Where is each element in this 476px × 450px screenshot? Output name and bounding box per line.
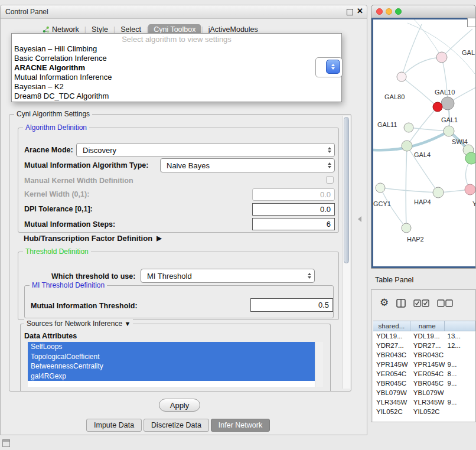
- dpi-tolerance-field[interactable]: [252, 203, 335, 216]
- columns-icon[interactable]: [396, 299, 406, 308]
- network-node-gal1[interactable]: [444, 126, 454, 136]
- apply-button[interactable]: Apply: [159, 399, 200, 412]
- network-edge[interactable]: [402, 77, 438, 107]
- network-edge[interactable]: [407, 23, 475, 74]
- table-column-header[interactable]: [445, 321, 475, 331]
- algorithm-option-aracne-algorithm[interactable]: ARACNE Algorithm: [12, 63, 341, 73]
- gear-icon[interactable]: ⚙: [380, 297, 389, 309]
- expand-right-icon: ▶: [157, 234, 161, 242]
- zoom-traffic-icon[interactable]: [395, 8, 402, 15]
- panel-splitter-handle[interactable]: [358, 216, 361, 222]
- combobox-value: Discovery: [83, 146, 116, 155]
- table-row[interactable]: YER054CYER054C8...: [373, 369, 475, 379]
- table-row[interactable]: YDL19...YDL19...13...: [373, 331, 475, 341]
- algorithm-option-bayesian-hill-climbing[interactable]: Bayesian – Hill Climbing: [12, 44, 341, 54]
- mi-threshold-field[interactable]: [250, 298, 333, 312]
- bottom-tab-discretize-data[interactable]: Discretize Data: [144, 419, 209, 432]
- bottom-tab-impute-data[interactable]: Impute Data: [86, 419, 142, 432]
- manual-kernel-checkbox[interactable]: [326, 176, 334, 184]
- attribute-item[interactable]: TopologicalCoefficient: [28, 352, 315, 362]
- minimized-window-icon[interactable]: [2, 439, 10, 447]
- minimize-traffic-icon[interactable]: [386, 8, 392, 15]
- control-panel-titlebar[interactable]: Control Panel ✕: [1, 5, 367, 19]
- algorithm-option-bayesian-k2[interactable]: Bayesian – K2: [12, 82, 341, 92]
- attribute-item[interactable]: BetweennessCentrality: [28, 361, 315, 371]
- algorithm-definition-group: Algorithm Definition Aracne Mode: Discov…: [18, 128, 339, 233]
- algorithm-option-mutual-information-inference[interactable]: Mutual Information Inference: [12, 73, 341, 82]
- network-window-titlebar[interactable]: [371, 5, 475, 18]
- table-cell: YPR145W: [410, 361, 445, 368]
- table-row[interactable]: YBL079WYBL079W: [373, 388, 475, 397]
- network-node-gcy1[interactable]: [376, 183, 385, 193]
- scrollbar-thumb[interactable]: [344, 117, 349, 263]
- attribute-item[interactable]: gal4RGexp: [28, 371, 315, 381]
- network-edge[interactable]: [402, 57, 442, 77]
- network-edge[interactable]: [402, 24, 422, 77]
- table-cell: YBR043C: [373, 351, 410, 358]
- network-node-pink-top[interactable]: [436, 52, 447, 63]
- attribute-item[interactable]: SelfLoops: [28, 342, 315, 352]
- table-cell: YER054C: [373, 370, 410, 377]
- table-row[interactable]: YBR043CYBR043C: [373, 350, 475, 360]
- network-edge[interactable]: [442, 57, 448, 103]
- table-cell: 8...: [445, 370, 475, 377]
- network-node-gal10[interactable]: [441, 97, 454, 110]
- attributes-scrollbar[interactable]: [315, 342, 323, 387]
- network-node-gal11[interactable]: [404, 123, 413, 132]
- table-row[interactable]: YBR045CYBR045C9...: [373, 379, 475, 388]
- table-row[interactable]: YLR345WYLR345W9...: [373, 397, 475, 407]
- table-row[interactable]: YIL052CYIL052C: [373, 407, 475, 416]
- bottom-tabs: Impute DataDiscretize DataInfer Network: [86, 419, 270, 432]
- network-edge[interactable]: [409, 128, 449, 131]
- table-panel-title: Table Panel: [375, 276, 413, 284]
- network-node-gal4[interactable]: [402, 141, 412, 151]
- table-row[interactable]: YPR145WYPR145W9...: [373, 360, 475, 369]
- table-cell: YBL079W: [373, 389, 410, 396]
- tab-label: Network: [52, 25, 79, 34]
- mi-type-combobox[interactable]: Naive Bayes: [160, 158, 335, 172]
- aracne-mode-combobox[interactable]: Discovery: [76, 143, 335, 157]
- table-toolbar: ⚙: [380, 296, 453, 310]
- network-node-hap2[interactable]: [402, 223, 411, 233]
- float-window-icon[interactable]: [347, 9, 353, 15]
- which-threshold-combobox[interactable]: MI Threshold: [141, 269, 315, 283]
- close-traffic-icon[interactable]: [376, 8, 383, 15]
- network-edge[interactable]: [406, 146, 407, 228]
- network-node-label: GAL10: [435, 89, 455, 96]
- table-cell: YDR27...: [410, 342, 445, 349]
- close-icon[interactable]: ✕: [357, 6, 363, 15]
- algorithm-combobox[interactable]: [315, 57, 343, 77]
- network-node-red[interactable]: [433, 102, 442, 112]
- deselect-all-icon[interactable]: [437, 299, 453, 307]
- network-node-hap4[interactable]: [433, 187, 444, 198]
- settings-scrollbar[interactable]: [342, 116, 350, 389]
- sources-disclosure[interactable]: Sources for Network Inference ▼: [24, 319, 133, 328]
- bottom-tab-infer-network[interactable]: Infer Network: [211, 419, 270, 432]
- network-node-label: GAL80: [384, 93, 405, 100]
- network-node-green-right[interactable]: [465, 152, 475, 164]
- table-cell: 12...: [445, 342, 475, 349]
- dropdown-placeholder[interactable]: Select algorithm to view settings: [12, 35, 341, 44]
- mi-type-label: Mutual Information Algorithm Type:: [24, 161, 148, 170]
- algorithm-option-dream8-dc-tdc-algorithm[interactable]: Dream8 DC_TDC Algorithm: [12, 92, 341, 101]
- network-node-pink-right[interactable]: [465, 184, 475, 195]
- sources-group: Sources for Network Inference ▼ Data Att…: [20, 324, 331, 392]
- settings-group-title: Cyni Algorithm Settings: [14, 110, 92, 118]
- table-row[interactable]: YDR27...YDR27...12...: [373, 341, 475, 350]
- network-node-gal80[interactable]: [397, 72, 406, 81]
- table-column-header[interactable]: name: [410, 321, 445, 331]
- network-edge[interactable]: [380, 188, 438, 193]
- hub-definition-disclosure[interactable]: Hub/Transcription Factor Definition ▶: [24, 234, 162, 243]
- select-all-icon[interactable]: [413, 299, 429, 307]
- table-cell: YIL052C: [410, 408, 445, 415]
- table-cell: YBR045C: [410, 380, 445, 387]
- table-cell: YER054C: [410, 370, 445, 377]
- table-column-header[interactable]: shared...: [373, 321, 410, 331]
- network-canvas[interactable]: GALGAL80GAL10GAL11GAL1SWI4GAL4GCY1HAP4HA…: [371, 18, 475, 268]
- mi-steps-field[interactable]: [252, 218, 335, 230]
- table-cell: YLR345W: [373, 399, 410, 406]
- algorithm-option-basic-correlation-inference[interactable]: Basic Correlation Inference: [12, 54, 341, 63]
- desktop: Control Panel ✕ Network|Style|Select|Cyn…: [0, 0, 476, 450]
- network-edge[interactable]: [380, 188, 406, 228]
- combobox-stepper-icon[interactable]: [326, 60, 340, 74]
